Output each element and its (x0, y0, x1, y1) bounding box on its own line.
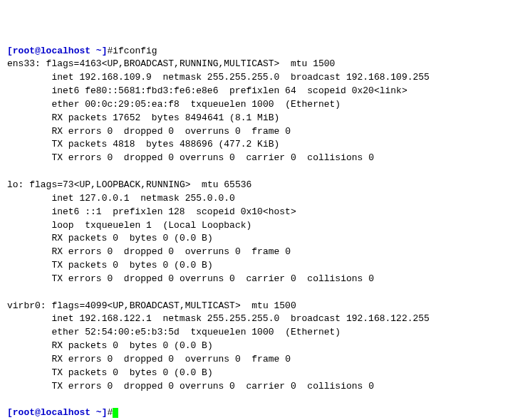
iface-virbr0-tx-errors: TX errors 0 dropped 0 overruns 0 carrier… (7, 381, 374, 392)
prompt-userhost: root@localhost (13, 407, 90, 418)
iface-ens33-tx-packets: TX packets 4818 bytes 488696 (477.2 KiB) (7, 139, 279, 149)
iface-ens33-ether: ether 00:0c:29:05:ea:f8 txqueuelen 1000 … (7, 99, 341, 110)
cursor-icon[interactable] (113, 408, 118, 418)
iface-lo-inet6: inet6 ::1 prefixlen 128 scopeid 0x10<hos… (7, 206, 296, 217)
iface-lo-rx-packets: RX packets 0 bytes 0 (0.0 B) (7, 233, 213, 243)
iface-ens33-tx-errors: TX errors 0 dropped 0 overruns 0 carrier… (7, 152, 374, 163)
iface-virbr0-ether: ether 52:54:00:e5:b3:5d txqueuelen 1000 … (7, 327, 341, 337)
prompt-open: [ (7, 46, 13, 56)
iface-lo-inet: inet 127.0.0.1 netmask 255.0.0.0 (7, 193, 235, 204)
iface-virbr0-rx-errors: RX errors 0 dropped 0 overruns 0 frame 0 (7, 354, 291, 364)
prompt-line-1: [root@localhost ~]# (7, 46, 113, 56)
iface-lo-loop: loop txqueuelen 1 (Local Loopback) (7, 220, 251, 231)
prompt-path: ~ (90, 46, 102, 56)
prompt-open: [ (7, 407, 13, 418)
prompt-hash: # (107, 407, 113, 418)
iface-lo-header: lo: flags=73<UP,LOOPBACK,RUNNING> mtu 65… (7, 179, 251, 190)
iface-virbr0-tx-packets: TX packets 0 bytes 0 (0.0 B) (7, 367, 213, 378)
command-input[interactable]: ifconfig (113, 46, 157, 56)
iface-virbr0-inet: inet 192.168.122.1 netmask 255.255.255.0… (7, 313, 430, 324)
iface-ens33-header: ens33: flags=4163<UP,BROADCAST,RUNNING,M… (7, 58, 335, 69)
prompt-userhost: root@localhost (13, 46, 90, 56)
prompt-line-2: [root@localhost ~]# (7, 407, 113, 418)
iface-ens33-inet6: inet6 fe80::5681:fbd3:fe6:e8e6 prefixlen… (7, 85, 407, 96)
iface-ens33-inet: inet 192.168.109.9 netmask 255.255.255.0… (7, 72, 430, 83)
iface-lo-tx-errors: TX errors 0 dropped 0 overruns 0 carrier… (7, 273, 374, 284)
iface-virbr0-rx-packets: RX packets 0 bytes 0 (0.0 B) (7, 340, 213, 351)
iface-virbr0-header: virbr0: flags=4099<UP,BROADCAST,MULTICAS… (7, 300, 296, 311)
iface-ens33-rx-packets: RX packets 17652 bytes 8494641 (8.1 MiB) (7, 112, 279, 123)
iface-ens33-rx-errors: RX errors 0 dropped 0 overruns 0 frame 0 (7, 126, 291, 137)
iface-lo-rx-errors: RX errors 0 dropped 0 overruns 0 frame 0 (7, 246, 291, 257)
prompt-path: ~ (90, 407, 102, 418)
iface-lo-tx-packets: TX packets 0 bytes 0 (0.0 B) (7, 260, 213, 271)
